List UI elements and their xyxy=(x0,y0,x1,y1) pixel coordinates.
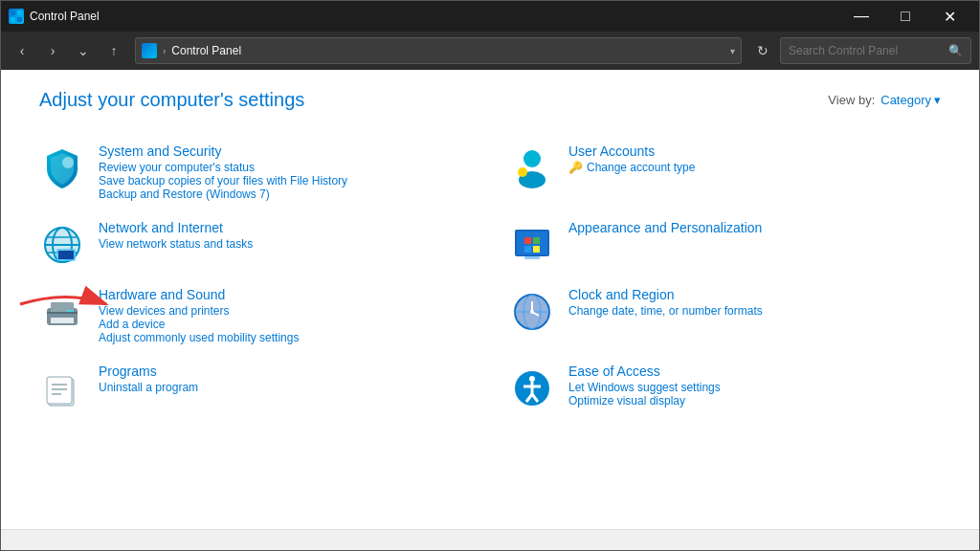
viewby-label: View by: xyxy=(828,93,875,107)
programs-icon xyxy=(39,365,85,411)
programs-link-1[interactable]: Uninstall a program xyxy=(99,381,198,394)
system-security-content: System and Security Review your computer… xyxy=(99,143,347,201)
address-text: Control Panel xyxy=(171,44,241,57)
recent-locations-button[interactable]: ⌄ xyxy=(70,37,97,64)
svg-rect-15 xyxy=(58,251,74,259)
system-security-title[interactable]: System and Security xyxy=(99,143,347,159)
content-area: Adjust your computer's settings View by:… xyxy=(1,70,979,529)
network-internet-icon xyxy=(39,222,85,268)
svg-rect-0 xyxy=(11,11,15,15)
clock-region-title[interactable]: Clock and Region xyxy=(568,287,763,302)
window: Control Panel — □ ✕ ‹ › ⌄ ↑ › Control Pa… xyxy=(0,0,980,551)
ease-of-access-title[interactable]: Ease of Access xyxy=(568,364,721,379)
clock-region-content: Clock and Region Change date, time, or n… xyxy=(568,287,763,318)
svg-rect-22 xyxy=(524,256,540,259)
svg-point-5 xyxy=(523,150,541,167)
category-system-security: System and Security Review your computer… xyxy=(39,134,471,210)
svg-rect-21 xyxy=(533,246,540,253)
appearance-content: Appearance and Personalization xyxy=(568,220,762,237)
clock-region-link-1[interactable]: Change date, time, or number formats xyxy=(568,304,763,318)
svg-point-43 xyxy=(529,376,535,382)
search-input[interactable] xyxy=(789,44,943,57)
address-icon xyxy=(142,43,157,58)
programs-content: Programs Uninstall a program xyxy=(99,364,198,394)
search-icon: 🔍 xyxy=(948,44,963,57)
hardware-sound-content: Hardware and Sound View devices and prin… xyxy=(99,287,299,344)
hardware-sound-link-2[interactable]: Add a device xyxy=(99,318,299,331)
back-button[interactable]: ‹ xyxy=(9,37,35,64)
hardware-sound-link-3[interactable]: Adjust commonly used mobility settings xyxy=(99,331,299,344)
maximize-button[interactable]: □ xyxy=(883,1,927,32)
svg-rect-19 xyxy=(533,237,540,244)
window-controls: — □ ✕ xyxy=(839,1,971,32)
address-dropdown-icon[interactable]: ▾ xyxy=(730,46,735,56)
up-button[interactable]: ↑ xyxy=(100,37,127,64)
ease-of-access-link-2[interactable]: Optimize visual display xyxy=(568,394,721,408)
network-internet-link-1[interactable]: View network status and tasks xyxy=(99,237,253,251)
view-by: View by: Category ▾ xyxy=(828,93,941,107)
viewby-text: Category xyxy=(880,93,931,107)
svg-rect-20 xyxy=(524,246,531,253)
ease-of-access-icon xyxy=(509,365,555,411)
category-user-accounts: User Accounts 🔑 Change account type xyxy=(509,134,941,210)
system-security-link-2[interactable]: Save backup copies of your files with Fi… xyxy=(99,174,347,187)
svg-rect-38 xyxy=(47,377,72,404)
network-internet-content: Network and Internet View network status… xyxy=(99,220,253,251)
title-bar: Control Panel — □ ✕ xyxy=(1,1,979,32)
ease-of-access-content: Ease of Access Let Windows suggest setti… xyxy=(568,364,721,408)
forward-button[interactable]: › xyxy=(39,37,66,64)
category-hardware-sound: Hardware and Sound View devices and prin… xyxy=(39,277,471,354)
page-title: Adjust your computer's settings xyxy=(39,89,304,111)
hardware-sound-link-1[interactable]: View devices and printers xyxy=(99,304,299,318)
user-accounts-title[interactable]: User Accounts xyxy=(568,143,695,159)
svg-point-7 xyxy=(518,167,527,177)
ease-of-access-link-1[interactable]: Let Windows suggest settings xyxy=(568,381,721,394)
nav-bar: ‹ › ⌄ ↑ › Control Panel ▾ ↻ 🔍 xyxy=(1,32,979,70)
svg-rect-2 xyxy=(11,17,15,22)
svg-rect-3 xyxy=(17,17,22,22)
system-security-link-1[interactable]: Review your computer's status xyxy=(99,161,347,174)
appearance-title[interactable]: Appearance and Personalization xyxy=(568,220,762,235)
close-button[interactable]: ✕ xyxy=(927,1,971,32)
appearance-icon xyxy=(509,222,555,268)
network-internet-title[interactable]: Network and Internet xyxy=(99,220,253,235)
user-accounts-icon xyxy=(509,145,555,191)
system-security-link-3[interactable]: Backup and Restore (Windows 7) xyxy=(99,187,347,201)
hardware-sound-icon xyxy=(39,289,85,335)
category-programs: Programs Uninstall a program xyxy=(39,354,471,421)
user-accounts-link-1[interactable]: Change account type xyxy=(587,161,695,174)
user-accounts-content: User Accounts 🔑 Change account type xyxy=(568,143,695,174)
app-icon xyxy=(9,9,24,24)
viewby-value[interactable]: Category ▾ xyxy=(880,93,941,107)
window-title: Control Panel xyxy=(30,10,839,23)
clock-region-icon xyxy=(509,289,555,335)
category-ease-of-access: Ease of Access Let Windows suggest setti… xyxy=(509,354,941,421)
svg-rect-18 xyxy=(524,237,531,244)
hardware-sound-title[interactable]: Hardware and Sound xyxy=(99,287,299,302)
svg-point-4 xyxy=(62,157,74,168)
svg-rect-1 xyxy=(17,11,22,15)
programs-title[interactable]: Programs xyxy=(99,364,198,379)
category-network-internet: Network and Internet View network status… xyxy=(39,210,471,277)
status-bar xyxy=(1,529,979,550)
svg-rect-27 xyxy=(47,312,78,314)
categories-grid: System and Security Review your computer… xyxy=(39,134,941,421)
category-appearance: Appearance and Personalization xyxy=(509,210,941,277)
category-clock-region: Clock and Region Change date, time, or n… xyxy=(509,277,941,354)
svg-rect-25 xyxy=(51,318,74,323)
system-security-icon xyxy=(39,145,85,191)
svg-rect-17 xyxy=(517,231,547,254)
content-header: Adjust your computer's settings View by:… xyxy=(39,89,941,111)
search-bar[interactable]: 🔍 xyxy=(780,37,971,64)
address-chevron: › xyxy=(163,46,166,56)
address-bar[interactable]: › Control Panel ▾ xyxy=(135,37,742,64)
viewby-arrow: ▾ xyxy=(934,93,941,107)
minimize-button[interactable]: — xyxy=(839,1,883,32)
refresh-button[interactable]: ↻ xyxy=(749,37,776,64)
